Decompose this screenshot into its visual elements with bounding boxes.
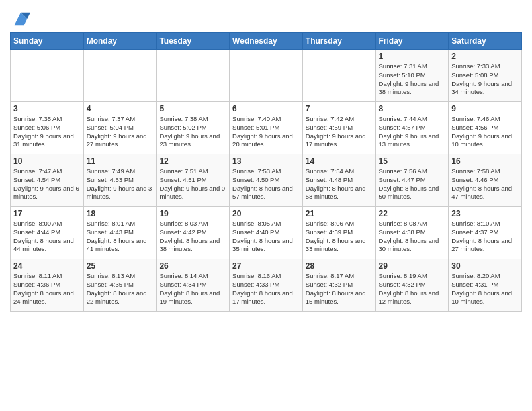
day-number: 27 bbox=[232, 261, 300, 271]
day-info: Sunrise: 7:33 AM Sunset: 5:08 PM Dayligh… bbox=[451, 62, 519, 97]
day-number: 24 bbox=[13, 261, 81, 271]
day-number: 18 bbox=[87, 209, 154, 218]
calendar-cell: 20Sunrise: 8:05 AM Sunset: 4:40 PM Dayli… bbox=[230, 207, 303, 259]
weekday-header-tuesday: Tuesday bbox=[157, 33, 230, 50]
logo bbox=[10, 9, 30, 28]
calendar-cell: 4Sunrise: 7:37 AM Sunset: 5:04 PM Daylig… bbox=[83, 102, 157, 154]
calendar-cell: 8Sunrise: 7:44 AM Sunset: 4:57 PM Daylig… bbox=[375, 102, 449, 154]
day-info: Sunrise: 7:47 AM Sunset: 4:54 PM Dayligh… bbox=[13, 167, 81, 201]
day-info: Sunrise: 7:35 AM Sunset: 5:06 PM Dayligh… bbox=[13, 115, 81, 149]
day-info: Sunrise: 7:53 AM Sunset: 4:50 PM Dayligh… bbox=[232, 167, 300, 201]
weekday-header-thursday: Thursday bbox=[302, 33, 375, 50]
day-number: 25 bbox=[87, 261, 154, 271]
calendar-cell bbox=[83, 50, 157, 102]
calendar-week-2: 3Sunrise: 7:35 AM Sunset: 5:06 PM Daylig… bbox=[11, 102, 522, 154]
calendar-week-5: 24Sunrise: 8:11 AM Sunset: 4:36 PM Dayli… bbox=[11, 259, 522, 312]
weekday-header-wednesday: Wednesday bbox=[230, 33, 303, 50]
day-number: 28 bbox=[306, 261, 373, 271]
day-info: Sunrise: 7:38 AM Sunset: 5:02 PM Dayligh… bbox=[159, 115, 226, 149]
day-info: Sunrise: 7:56 AM Sunset: 4:47 PM Dayligh… bbox=[379, 167, 446, 201]
calendar-cell: 27Sunrise: 8:16 AM Sunset: 4:33 PM Dayli… bbox=[230, 259, 303, 312]
day-number: 11 bbox=[87, 156, 154, 166]
day-number: 2 bbox=[451, 52, 519, 61]
calendar-cell: 13Sunrise: 7:53 AM Sunset: 4:50 PM Dayli… bbox=[230, 154, 303, 207]
day-number: 15 bbox=[379, 156, 446, 166]
day-number: 14 bbox=[306, 156, 373, 166]
calendar-cell: 15Sunrise: 7:56 AM Sunset: 4:47 PM Dayli… bbox=[375, 154, 449, 207]
day-number: 21 bbox=[306, 209, 373, 218]
logo-icon bbox=[11, 9, 30, 28]
day-info: Sunrise: 7:31 AM Sunset: 5:10 PM Dayligh… bbox=[379, 62, 446, 97]
day-info: Sunrise: 8:01 AM Sunset: 4:43 PM Dayligh… bbox=[87, 220, 154, 254]
calendar-week-4: 17Sunrise: 8:00 AM Sunset: 4:44 PM Dayli… bbox=[11, 207, 522, 259]
calendar-cell: 11Sunrise: 7:49 AM Sunset: 4:53 PM Dayli… bbox=[83, 154, 157, 207]
calendar-week-3: 10Sunrise: 7:47 AM Sunset: 4:54 PM Dayli… bbox=[11, 154, 522, 207]
day-info: Sunrise: 8:14 AM Sunset: 4:34 PM Dayligh… bbox=[159, 272, 226, 306]
calendar-cell: 10Sunrise: 7:47 AM Sunset: 4:54 PM Dayli… bbox=[11, 154, 84, 207]
calendar-cell: 2Sunrise: 7:33 AM Sunset: 5:08 PM Daylig… bbox=[449, 50, 522, 102]
calendar-cell: 28Sunrise: 8:17 AM Sunset: 4:32 PM Dayli… bbox=[302, 259, 375, 312]
weekday-header-row: SundayMondayTuesdayWednesdayThursdayFrid… bbox=[11, 33, 522, 50]
day-number: 17 bbox=[13, 209, 81, 218]
weekday-header-saturday: Saturday bbox=[449, 33, 522, 50]
day-number: 20 bbox=[232, 209, 300, 218]
weekday-header-monday: Monday bbox=[83, 33, 157, 50]
calendar-table: SundayMondayTuesdayWednesdayThursdayFrid… bbox=[10, 32, 522, 312]
calendar-cell: 6Sunrise: 7:40 AM Sunset: 5:01 PM Daylig… bbox=[230, 102, 303, 154]
day-number: 29 bbox=[379, 261, 446, 271]
calendar-cell: 16Sunrise: 7:58 AM Sunset: 4:46 PM Dayli… bbox=[449, 154, 522, 207]
day-info: Sunrise: 7:49 AM Sunset: 4:53 PM Dayligh… bbox=[87, 167, 154, 201]
calendar-cell: 7Sunrise: 7:42 AM Sunset: 4:59 PM Daylig… bbox=[302, 102, 375, 154]
day-number: 9 bbox=[451, 104, 519, 113]
header bbox=[10, 7, 522, 28]
calendar-cell bbox=[157, 50, 230, 102]
calendar-cell bbox=[230, 50, 303, 102]
day-info: Sunrise: 8:16 AM Sunset: 4:33 PM Dayligh… bbox=[232, 272, 300, 306]
day-number: 19 bbox=[159, 209, 226, 218]
weekday-header-sunday: Sunday bbox=[11, 33, 84, 50]
calendar-cell: 1Sunrise: 7:31 AM Sunset: 5:10 PM Daylig… bbox=[375, 50, 449, 102]
calendar-cell: 22Sunrise: 8:08 AM Sunset: 4:38 PM Dayli… bbox=[375, 207, 449, 259]
calendar-cell: 25Sunrise: 8:13 AM Sunset: 4:35 PM Dayli… bbox=[83, 259, 157, 312]
calendar-cell: 3Sunrise: 7:35 AM Sunset: 5:06 PM Daylig… bbox=[11, 102, 84, 154]
calendar-cell: 30Sunrise: 8:20 AM Sunset: 4:31 PM Dayli… bbox=[449, 259, 522, 312]
day-number: 30 bbox=[451, 261, 519, 271]
calendar-cell: 12Sunrise: 7:51 AM Sunset: 4:51 PM Dayli… bbox=[157, 154, 230, 207]
day-info: Sunrise: 7:40 AM Sunset: 5:01 PM Dayligh… bbox=[232, 115, 300, 149]
day-info: Sunrise: 8:03 AM Sunset: 4:42 PM Dayligh… bbox=[159, 220, 226, 254]
day-info: Sunrise: 8:20 AM Sunset: 4:31 PM Dayligh… bbox=[451, 272, 519, 306]
day-info: Sunrise: 7:37 AM Sunset: 5:04 PM Dayligh… bbox=[87, 115, 154, 149]
calendar-cell: 17Sunrise: 8:00 AM Sunset: 4:44 PM Dayli… bbox=[11, 207, 84, 259]
weekday-header-friday: Friday bbox=[375, 33, 449, 50]
calendar-cell bbox=[11, 50, 84, 102]
day-number: 4 bbox=[87, 104, 154, 113]
day-number: 22 bbox=[379, 209, 446, 218]
day-info: Sunrise: 8:11 AM Sunset: 4:36 PM Dayligh… bbox=[13, 272, 81, 306]
day-number: 12 bbox=[159, 156, 226, 166]
day-info: Sunrise: 7:54 AM Sunset: 4:48 PM Dayligh… bbox=[306, 167, 373, 201]
day-number: 1 bbox=[379, 52, 446, 61]
day-number: 3 bbox=[13, 104, 81, 113]
day-number: 7 bbox=[306, 104, 373, 113]
calendar-cell: 5Sunrise: 7:38 AM Sunset: 5:02 PM Daylig… bbox=[157, 102, 230, 154]
calendar-cell: 19Sunrise: 8:03 AM Sunset: 4:42 PM Dayli… bbox=[157, 207, 230, 259]
day-info: Sunrise: 8:05 AM Sunset: 4:40 PM Dayligh… bbox=[232, 220, 300, 254]
day-info: Sunrise: 8:17 AM Sunset: 4:32 PM Dayligh… bbox=[306, 272, 373, 306]
calendar-cell bbox=[302, 50, 375, 102]
calendar-cell: 21Sunrise: 8:06 AM Sunset: 4:39 PM Dayli… bbox=[302, 207, 375, 259]
day-info: Sunrise: 7:44 AM Sunset: 4:57 PM Dayligh… bbox=[379, 115, 446, 149]
calendar-cell: 29Sunrise: 8:19 AM Sunset: 4:32 PM Dayli… bbox=[375, 259, 449, 312]
calendar-cell: 9Sunrise: 7:46 AM Sunset: 4:56 PM Daylig… bbox=[449, 102, 522, 154]
calendar-cell: 18Sunrise: 8:01 AM Sunset: 4:43 PM Dayli… bbox=[83, 207, 157, 259]
calendar-week-1: 1Sunrise: 7:31 AM Sunset: 5:10 PM Daylig… bbox=[11, 50, 522, 102]
day-number: 5 bbox=[159, 104, 226, 113]
day-info: Sunrise: 7:46 AM Sunset: 4:56 PM Dayligh… bbox=[451, 115, 519, 149]
day-number: 13 bbox=[232, 156, 300, 166]
day-info: Sunrise: 8:10 AM Sunset: 4:37 PM Dayligh… bbox=[451, 220, 519, 254]
day-number: 8 bbox=[379, 104, 446, 113]
calendar-cell: 23Sunrise: 8:10 AM Sunset: 4:37 PM Dayli… bbox=[449, 207, 522, 259]
day-info: Sunrise: 7:42 AM Sunset: 4:59 PM Dayligh… bbox=[306, 115, 373, 149]
day-info: Sunrise: 8:08 AM Sunset: 4:38 PM Dayligh… bbox=[379, 220, 446, 254]
day-number: 26 bbox=[159, 261, 226, 271]
day-info: Sunrise: 7:58 AM Sunset: 4:46 PM Dayligh… bbox=[451, 167, 519, 201]
